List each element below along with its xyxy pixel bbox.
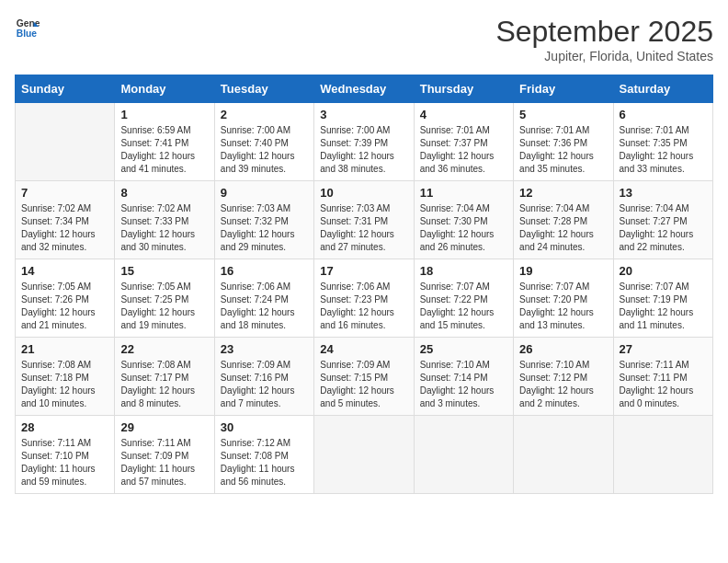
day-cell: 7Sunrise: 7:02 AM Sunset: 7:34 PM Daylig… (16, 181, 115, 259)
week-row-5: 28Sunrise: 7:11 AM Sunset: 7:10 PM Dayli… (16, 416, 713, 494)
weekday-header-tuesday: Tuesday (214, 75, 313, 103)
calendar-body: 1Sunrise: 6:59 AM Sunset: 7:41 PM Daylig… (16, 103, 713, 494)
day-number: 18 (420, 264, 507, 278)
week-row-3: 14Sunrise: 7:05 AM Sunset: 7:26 PM Dayli… (16, 259, 713, 338)
day-number: 6 (620, 108, 707, 121)
day-cell: 3Sunrise: 7:00 AM Sunset: 7:39 PM Daylig… (314, 103, 414, 181)
day-number: 26 (519, 342, 607, 356)
day-info: Sunrise: 7:10 AM Sunset: 7:12 PM Dayligh… (519, 359, 607, 410)
day-cell: 1Sunrise: 6:59 AM Sunset: 7:41 PM Daylig… (115, 103, 214, 181)
day-info: Sunrise: 7:03 AM Sunset: 7:32 PM Dayligh… (221, 202, 308, 254)
day-info: Sunrise: 7:04 AM Sunset: 7:30 PM Dayligh… (420, 202, 507, 254)
weekday-header-wednesday: Wednesday (314, 75, 414, 103)
day-number: 3 (320, 108, 407, 121)
day-cell (613, 416, 712, 494)
day-cell: 17Sunrise: 7:06 AM Sunset: 7:23 PM Dayli… (314, 259, 414, 338)
day-number: 23 (221, 342, 308, 356)
day-info: Sunrise: 7:00 AM Sunset: 7:39 PM Dayligh… (320, 124, 407, 176)
day-number: 7 (21, 186, 108, 200)
day-cell: 5Sunrise: 7:01 AM Sunset: 7:36 PM Daylig… (514, 103, 613, 181)
day-number: 22 (120, 342, 208, 356)
title-block: September 2025 Jupiter, Florida, United … (495, 15, 713, 63)
day-cell: 16Sunrise: 7:06 AM Sunset: 7:24 PM Dayli… (214, 259, 313, 338)
day-info: Sunrise: 7:06 AM Sunset: 7:24 PM Dayligh… (221, 281, 308, 332)
day-info: Sunrise: 7:10 AM Sunset: 7:14 PM Dayligh… (420, 359, 507, 410)
day-info: Sunrise: 7:03 AM Sunset: 7:31 PM Dayligh… (320, 202, 407, 254)
day-info: Sunrise: 7:09 AM Sunset: 7:16 PM Dayligh… (221, 359, 308, 410)
weekday-header-friday: Friday (514, 75, 613, 103)
day-info: Sunrise: 7:07 AM Sunset: 7:20 PM Dayligh… (519, 281, 607, 332)
day-cell: 15Sunrise: 7:05 AM Sunset: 7:25 PM Dayli… (115, 259, 214, 338)
day-cell: 27Sunrise: 7:11 AM Sunset: 7:11 PM Dayli… (613, 338, 712, 416)
day-number: 29 (120, 420, 208, 434)
day-number: 30 (221, 420, 308, 434)
day-info: Sunrise: 7:01 AM Sunset: 7:35 PM Dayligh… (620, 124, 707, 176)
day-info: Sunrise: 7:04 AM Sunset: 7:27 PM Dayligh… (620, 202, 707, 254)
day-info: Sunrise: 7:09 AM Sunset: 7:15 PM Dayligh… (320, 359, 407, 410)
day-cell: 26Sunrise: 7:10 AM Sunset: 7:12 PM Dayli… (514, 338, 613, 416)
day-info: Sunrise: 7:00 AM Sunset: 7:40 PM Dayligh… (221, 124, 308, 176)
calendar-table: SundayMondayTuesdayWednesdayThursdayFrid… (15, 75, 713, 494)
day-cell: 12Sunrise: 7:04 AM Sunset: 7:28 PM Dayli… (514, 181, 613, 259)
day-info: Sunrise: 7:11 AM Sunset: 7:11 PM Dayligh… (620, 359, 707, 410)
day-cell (16, 103, 115, 181)
weekday-header-monday: Monday (115, 75, 214, 103)
day-cell: 25Sunrise: 7:10 AM Sunset: 7:14 PM Dayli… (414, 338, 513, 416)
day-info: Sunrise: 7:08 AM Sunset: 7:18 PM Dayligh… (21, 359, 108, 410)
day-number: 1 (120, 108, 208, 121)
day-number: 13 (620, 186, 707, 200)
day-cell: 11Sunrise: 7:04 AM Sunset: 7:30 PM Dayli… (414, 181, 513, 259)
day-info: Sunrise: 7:11 AM Sunset: 7:10 PM Dayligh… (21, 437, 108, 488)
day-number: 27 (620, 342, 707, 356)
page-header: General Blue September 2025 Jupiter, Flo… (15, 15, 713, 63)
day-info: Sunrise: 7:01 AM Sunset: 7:36 PM Dayligh… (519, 124, 607, 176)
week-row-1: 1Sunrise: 6:59 AM Sunset: 7:41 PM Daylig… (16, 103, 713, 181)
day-cell: 19Sunrise: 7:07 AM Sunset: 7:20 PM Dayli… (514, 259, 613, 338)
day-cell (314, 416, 414, 494)
day-number: 15 (120, 264, 208, 278)
day-number: 21 (21, 342, 108, 356)
day-cell: 18Sunrise: 7:07 AM Sunset: 7:22 PM Dayli… (414, 259, 513, 338)
day-cell (514, 416, 613, 494)
day-info: Sunrise: 7:08 AM Sunset: 7:17 PM Dayligh… (120, 359, 208, 410)
day-cell: 22Sunrise: 7:08 AM Sunset: 7:17 PM Dayli… (115, 338, 214, 416)
day-cell: 24Sunrise: 7:09 AM Sunset: 7:15 PM Dayli… (314, 338, 414, 416)
weekday-header-sunday: Sunday (16, 75, 115, 103)
day-cell: 4Sunrise: 7:01 AM Sunset: 7:37 PM Daylig… (414, 103, 513, 181)
day-info: Sunrise: 7:07 AM Sunset: 7:22 PM Dayligh… (420, 281, 507, 332)
day-info: Sunrise: 7:05 AM Sunset: 7:25 PM Dayligh… (120, 281, 208, 332)
day-number: 9 (221, 186, 308, 200)
day-number: 8 (120, 186, 208, 200)
day-info: Sunrise: 7:07 AM Sunset: 7:19 PM Dayligh… (620, 281, 707, 332)
day-number: 20 (620, 264, 707, 278)
day-cell: 30Sunrise: 7:12 AM Sunset: 7:08 PM Dayli… (214, 416, 313, 494)
day-cell: 14Sunrise: 7:05 AM Sunset: 7:26 PM Dayli… (16, 259, 115, 338)
weekday-header-thursday: Thursday (414, 75, 513, 103)
day-info: Sunrise: 7:06 AM Sunset: 7:23 PM Dayligh… (320, 281, 407, 332)
day-number: 4 (420, 108, 507, 121)
day-cell: 21Sunrise: 7:08 AM Sunset: 7:18 PM Dayli… (16, 338, 115, 416)
day-number: 11 (420, 186, 507, 200)
day-info: Sunrise: 7:02 AM Sunset: 7:33 PM Dayligh… (120, 202, 208, 254)
day-info: Sunrise: 6:59 AM Sunset: 7:41 PM Dayligh… (120, 124, 208, 176)
day-number: 14 (21, 264, 108, 278)
day-number: 25 (420, 342, 507, 356)
logo: General Blue (15, 15, 40, 40)
location: Jupiter, Florida, United States (495, 49, 713, 63)
week-row-4: 21Sunrise: 7:08 AM Sunset: 7:18 PM Dayli… (16, 338, 713, 416)
day-cell: 6Sunrise: 7:01 AM Sunset: 7:35 PM Daylig… (613, 103, 712, 181)
day-cell: 8Sunrise: 7:02 AM Sunset: 7:33 PM Daylig… (115, 181, 214, 259)
week-row-2: 7Sunrise: 7:02 AM Sunset: 7:34 PM Daylig… (16, 181, 713, 259)
day-number: 19 (519, 264, 607, 278)
day-info: Sunrise: 7:04 AM Sunset: 7:28 PM Dayligh… (519, 202, 607, 254)
day-cell: 10Sunrise: 7:03 AM Sunset: 7:31 PM Dayli… (314, 181, 414, 259)
day-number: 2 (221, 108, 308, 121)
day-cell: 9Sunrise: 7:03 AM Sunset: 7:32 PM Daylig… (214, 181, 313, 259)
day-info: Sunrise: 7:02 AM Sunset: 7:34 PM Dayligh… (21, 202, 108, 254)
day-info: Sunrise: 7:01 AM Sunset: 7:37 PM Dayligh… (420, 124, 507, 176)
day-number: 5 (519, 108, 607, 121)
day-info: Sunrise: 7:05 AM Sunset: 7:26 PM Dayligh… (21, 281, 108, 332)
day-number: 16 (221, 264, 308, 278)
day-cell: 29Sunrise: 7:11 AM Sunset: 7:09 PM Dayli… (115, 416, 214, 494)
day-number: 12 (519, 186, 607, 200)
